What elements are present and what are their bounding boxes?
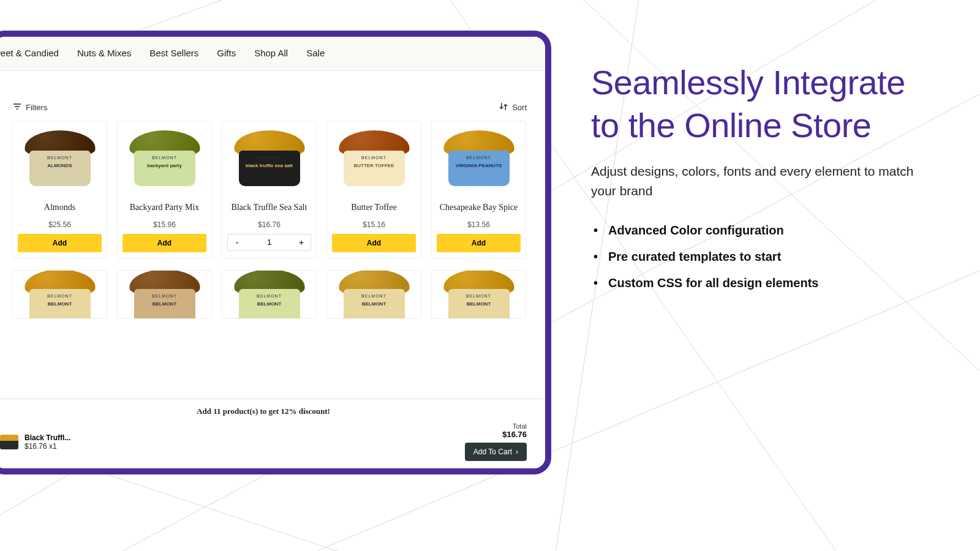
product-price: $15.96 [153, 220, 176, 229]
product-card[interactable]: BELMONT BELMONT [12, 270, 107, 319]
product-image: BELMONT ALMONDS [21, 127, 98, 189]
cart-item-thumb [0, 435, 18, 449]
add-button[interactable]: Add [437, 234, 521, 252]
product-grid: BELMONT ALMONDS Almonds$25.56Add BELMONT… [0, 121, 545, 259]
bullet-item: Advanced Color configuration [591, 217, 934, 244]
product-card[interactable]: BELMONT BUTTER TOFFEE Butter Toffee$15.1… [326, 121, 421, 259]
product-card[interactable]: BELMONT VIRGINIA PEANUTS Chesapeake Bay … [431, 121, 526, 259]
toolbar: Filters Sort [0, 71, 545, 121]
cart-total-value: $16.76 [465, 430, 527, 439]
nav-item-gifts[interactable]: Gifts [217, 48, 236, 58]
marketing-subtext: Adjust designs, colors, fonts and every … [591, 162, 934, 200]
product-card[interactable]: BELMONT BELMONT [431, 270, 526, 319]
product-title: Chesapeake Bay Spice [440, 197, 518, 218]
product-card[interactable]: BELMONT backyard party Backyard Party Mi… [117, 121, 212, 259]
cart-item: Black Truffl... $16.76 x1 [0, 433, 70, 451]
product-price: $16.76 [258, 220, 281, 229]
product-title: Almonds [44, 197, 75, 218]
product-image: BELMONT black truffle sea salt [231, 127, 307, 189]
nav-item-shop-all[interactable]: Shop All [254, 48, 288, 58]
product-image: BELMONT BELMONT [231, 277, 307, 318]
product-price: $15.16 [363, 220, 385, 229]
cart-item-price: $16.76 x1 [24, 442, 70, 451]
product-image: BELMONT BELMONT [21, 277, 98, 318]
cart-total-label: Total [465, 422, 527, 430]
cart-bar: Add 11 product(s) to get 12% discount! B… [0, 399, 545, 468]
product-title: Butter Toffee [351, 197, 396, 218]
bullet-item: Custom CSS for all design elements [591, 270, 934, 296]
cart-item-name: Black Truffl... [24, 433, 70, 442]
qty-minus-button[interactable]: - [228, 234, 246, 250]
add-button[interactable]: Add [332, 234, 416, 252]
product-image: BELMONT BELMONT [336, 277, 412, 318]
app-frame: weet & Candied Nuts & Mixes Best Sellers… [0, 31, 551, 474]
nav-item-nuts-mixes[interactable]: Nuts & Mixes [77, 48, 131, 58]
product-price: $13.56 [467, 220, 490, 229]
product-card[interactable]: BELMONT ALMONDS Almonds$25.56Add [12, 121, 107, 259]
add-button[interactable]: Add [123, 234, 206, 252]
filters-button[interactable]: Filters [12, 102, 47, 113]
sort-label: Sort [512, 103, 527, 112]
qty-plus-button[interactable]: + [292, 234, 311, 250]
product-title: Backyard Party Mix [130, 197, 200, 218]
marketing-panel: Seamlessly Integrate to the Online Store… [591, 61, 934, 296]
product-image: BELMONT backyard party [126, 127, 203, 189]
product-image: BELMONT BUTTER TOFFEE [336, 127, 412, 189]
chevron-right-icon: › [516, 448, 518, 456]
nav-item-sweet-candied[interactable]: weet & Candied [0, 48, 59, 58]
qty-value: 1 [246, 234, 292, 250]
product-image: BELMONT BELMONT [440, 277, 517, 318]
sort-icon [499, 102, 508, 113]
product-title: Black Truffle Sea Salt [232, 197, 307, 218]
nav-item-best-sellers[interactable]: Best Sellers [149, 48, 198, 58]
quantity-stepper[interactable]: - 1 + [227, 234, 311, 251]
product-image: BELMONT VIRGINIA PEANUTS [440, 127, 517, 189]
add-to-cart-button[interactable]: Add To Cart › [465, 443, 527, 461]
product-card[interactable]: BELMONT BELMONT [222, 270, 317, 319]
filters-label: Filters [26, 103, 47, 112]
top-nav: weet & Candied Nuts & Mixes Best Sellers… [0, 37, 545, 71]
product-image: BELMONT BELMONT [126, 277, 203, 318]
promo-message: Add 11 product(s) to get 12% discount! [0, 404, 527, 422]
product-price: $25.56 [48, 220, 71, 229]
sort-button[interactable]: Sort [499, 102, 527, 113]
bullet-item: Pre curated templates to start [591, 244, 934, 270]
product-card[interactable]: BELMONT BELMONT [326, 270, 421, 319]
nav-item-sale[interactable]: Sale [306, 48, 325, 58]
product-card[interactable]: BELMONT black truffle sea salt Black Tru… [222, 121, 317, 259]
filter-icon [12, 102, 22, 113]
product-card[interactable]: BELMONT BELMONT [117, 270, 212, 319]
marketing-headline: Seamlessly Integrate to the Online Store [591, 61, 934, 147]
marketing-bullets: Advanced Color configuration Pre curated… [591, 217, 934, 296]
add-button[interactable]: Add [18, 234, 102, 252]
product-grid-row2: BELMONT BELMONT BELMONT BELMONT BELMONT … [0, 270, 545, 319]
